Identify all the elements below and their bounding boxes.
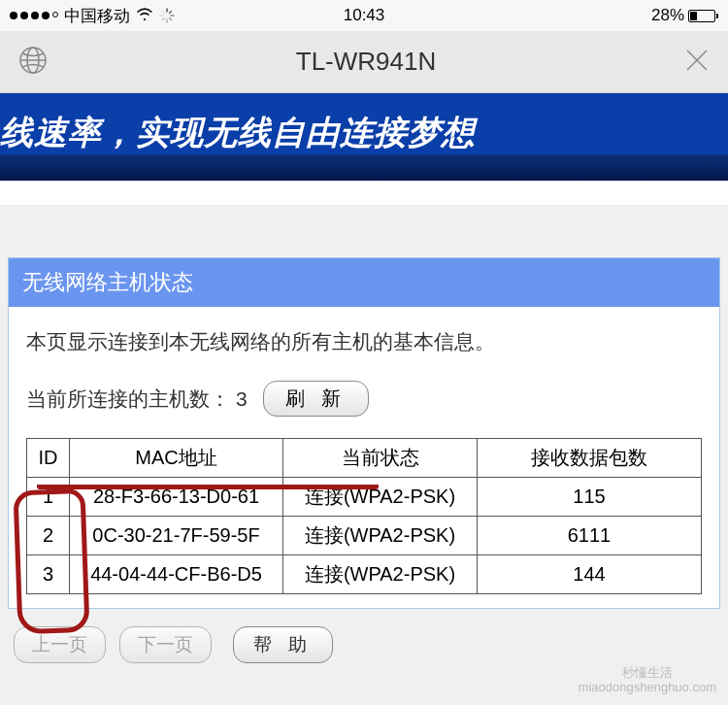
cell-mac: 0C-30-21-7F-59-5F: [70, 517, 283, 555]
host-count-value: 3: [236, 387, 248, 411]
next-page-button[interactable]: 下一页: [119, 626, 212, 663]
watermark-line1: 秒懂生活: [579, 665, 716, 681]
battery-icon: [688, 10, 718, 22]
panel-description: 本页显示连接到本无线网络的所有主机的基本信息。: [26, 328, 702, 355]
cell-rx: 115: [478, 478, 702, 517]
status-right: 28%: [651, 6, 718, 25]
host-status-panel: 无线网络主机状态 本页显示连接到本无线网络的所有主机的基本信息。 当前所连接的主…: [8, 257, 720, 609]
prev-page-button[interactable]: 上一页: [14, 626, 106, 663]
cell-id: 1: [27, 478, 70, 517]
cell-mac: 44-04-44-CF-B6-D5: [70, 555, 283, 594]
panel-body: 本页显示连接到本无线网络的所有主机的基本信息。 当前所连接的主机数： 3 刷 新…: [9, 307, 719, 608]
svg-line-3: [170, 18, 172, 20]
watermark-line2: miaodongshenghuo.com: [579, 680, 716, 695]
globe-icon: [17, 45, 49, 80]
col-rx: 接收数据包数: [478, 439, 702, 478]
cell-status: 连接(WPA2-PSK): [283, 517, 478, 555]
panel-header: 无线网络主机状态: [9, 258, 719, 307]
table-row: 1 28-F3-66-13-D0-61 连接(WPA2-PSK) 115: [27, 478, 702, 517]
host-count-row: 当前所连接的主机数： 3 刷 新: [26, 381, 702, 417]
cell-id: 3: [27, 555, 70, 594]
svg-line-5: [163, 18, 165, 20]
table-header-row: ID MAC地址 当前状态 接收数据包数: [27, 439, 702, 478]
loading-spinner-icon: [159, 8, 175, 23]
watermark: 秒懂生活 miaodongshenghuo.com: [579, 665, 716, 695]
hero-banner: 线速率，实现无线自由连接梦想: [0, 93, 728, 205]
col-mac: MAC地址: [70, 439, 283, 478]
cell-rx: 6111: [478, 517, 702, 555]
cell-status: 连接(WPA2-PSK): [283, 478, 478, 517]
status-bar: 中国移动 10:43 28%: [0, 0, 728, 31]
cell-status: 连接(WPA2-PSK): [283, 555, 478, 594]
cell-rx: 144: [478, 555, 702, 594]
svg-line-7: [163, 12, 165, 14]
wifi-icon: [136, 6, 153, 25]
banner-slogan: 线速率，实现无线自由连接梦想: [0, 111, 718, 155]
page-title: TL-WR941N: [68, 47, 664, 77]
svg-line-1: [170, 12, 172, 14]
col-id: ID: [27, 439, 70, 478]
pager: 上一页 下一页 帮 助: [0, 609, 728, 663]
table-row: 2 0C-30-21-7F-59-5F 连接(WPA2-PSK) 6111: [27, 517, 702, 555]
refresh-button[interactable]: 刷 新: [263, 381, 370, 417]
col-status: 当前状态: [283, 439, 478, 478]
table-row: 3 44-04-44-CF-B6-D5 连接(WPA2-PSK) 144: [27, 555, 702, 594]
close-button[interactable]: [683, 47, 711, 78]
signal-strength-icon: [10, 12, 58, 19]
battery-percent: 28%: [651, 6, 684, 25]
clock: 10:43: [344, 6, 385, 25]
host-table: ID MAC地址 当前状态 接收数据包数 1 28-F3-66-13-D0-61…: [26, 438, 702, 594]
host-count-label: 当前所连接的主机数：: [26, 386, 230, 413]
status-left: 中国移动: [10, 5, 175, 27]
browser-bar: TL-WR941N: [0, 31, 728, 93]
help-button[interactable]: 帮 助: [233, 626, 333, 663]
cell-mac: 28-F3-66-13-D0-61: [70, 478, 283, 517]
carrier-label: 中国移动: [64, 5, 130, 27]
cell-id: 2: [27, 517, 70, 555]
